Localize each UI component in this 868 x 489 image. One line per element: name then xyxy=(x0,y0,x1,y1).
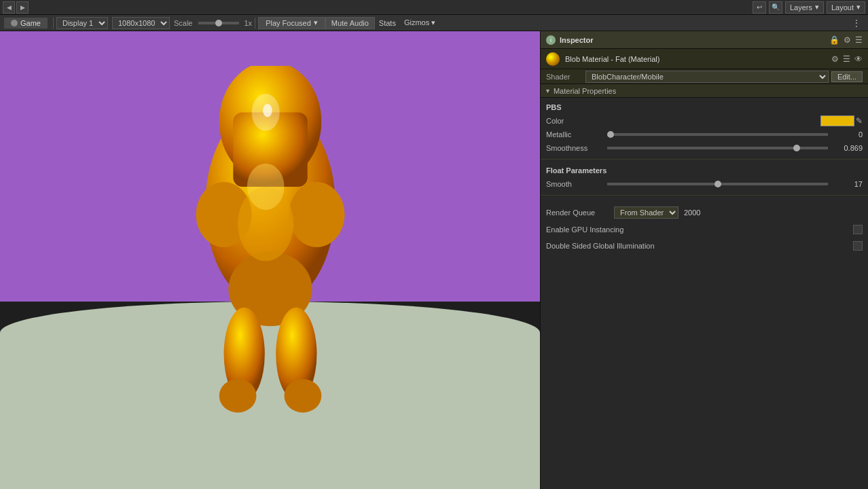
scale-control: Scale 1x xyxy=(174,19,252,27)
material-header-icons: ⚙ ☰ 👁 xyxy=(831,54,863,64)
material-header: Blob Material - Fat (Material) ⚙ ☰ 👁 xyxy=(541,49,868,69)
game-toolbar: Game Display 1 1080x1080 Scale 1x Play F… xyxy=(0,15,868,31)
svg-point-8 xyxy=(219,379,256,412)
stats-button[interactable]: Stats xyxy=(375,18,400,28)
material-properties-header: ▼ Material Properties xyxy=(541,84,868,98)
scale-value: 1x xyxy=(245,19,253,27)
smoothness-label: Smoothness xyxy=(546,144,607,152)
gpu-instancing-checkbox[interactable] xyxy=(853,225,863,234)
lock-icon[interactable]: 🔒 xyxy=(829,35,839,45)
render-queue-row: Render Queue From Shader 2000 xyxy=(541,205,868,220)
double-sided-checkbox[interactable] xyxy=(853,241,863,251)
layers-label: Layers xyxy=(790,3,812,12)
gizmos-button[interactable]: Gizmos ▾ xyxy=(400,18,439,28)
gpu-instancing-label: Enable GPU Instancing xyxy=(546,225,853,234)
inspector-panel: i Inspector 🔒 ⚙ ☰ Blob Material - Fat (M… xyxy=(540,31,868,489)
inspector-header: i Inspector 🔒 ⚙ ☰ xyxy=(541,31,868,49)
smooth-label: Smooth xyxy=(546,180,607,188)
material-eye-icon[interactable]: 👁 xyxy=(854,54,863,64)
render-queue-select[interactable]: From Shader xyxy=(614,206,679,219)
section-divider xyxy=(541,159,868,160)
layout-chevron-icon: ▾ xyxy=(856,3,861,12)
layers-chevron-icon: ▾ xyxy=(815,3,819,12)
double-sided-label: Double Sided Global Illumination xyxy=(546,242,853,250)
chevron-icon: ▾ xyxy=(314,18,318,27)
metallic-slider-container: 0 xyxy=(607,130,863,139)
pbs-section-title: PBS xyxy=(541,98,868,114)
game-canvas xyxy=(0,31,540,489)
svg-point-13 xyxy=(263,104,272,117)
smoothness-slider-container: 0.869 xyxy=(607,144,863,152)
main-area: i Inspector 🔒 ⚙ ☰ Blob Material - Fat (M… xyxy=(0,31,868,489)
blob-character xyxy=(175,66,365,419)
inspector-icon: i xyxy=(546,35,556,45)
gizmos-chevron-icon: ▾ xyxy=(431,18,435,26)
smooth-row: Smooth 17 xyxy=(541,177,868,191)
display-control: Display 1 xyxy=(56,17,108,29)
resolution-select[interactable]: 1080x1080 xyxy=(112,17,170,29)
game-tab[interactable]: Game xyxy=(4,18,48,29)
more-options-button[interactable]: ⋮ xyxy=(849,18,864,29)
smoothness-slider[interactable] xyxy=(607,147,828,149)
float-params-title: Float Parameters xyxy=(541,164,868,177)
metallic-slider[interactable] xyxy=(607,133,828,136)
game-view xyxy=(0,31,540,489)
mute-audio-button[interactable]: Mute Audio xyxy=(325,17,375,29)
material-name: Blob Material - Fat (Material) xyxy=(565,55,831,63)
metallic-value: 0 xyxy=(832,130,863,139)
render-queue-label: Render Queue xyxy=(546,209,614,217)
double-sided-row: Double Sided Global Illumination xyxy=(541,239,868,253)
metallic-row: Metallic 0 xyxy=(541,128,868,141)
color-row: Color ✎ xyxy=(541,114,868,128)
shader-row: Shader BlobCharacter/Mobile Edit... xyxy=(541,69,868,84)
separator xyxy=(53,18,54,29)
resolution-control: 1080x1080 xyxy=(112,17,170,29)
svg-point-4 xyxy=(289,182,344,247)
smooth-slider-container: 17 xyxy=(607,180,863,188)
collapse-arrow-icon: ▼ xyxy=(545,88,551,94)
smoothness-value: 0.869 xyxy=(832,144,863,152)
material-properties-title: Material Properties xyxy=(554,87,616,95)
undo-icon[interactable]: ↩ xyxy=(753,1,766,14)
menu-icon[interactable]: ☰ xyxy=(855,35,863,45)
gpu-instancing-row: Enable GPU Instancing xyxy=(541,223,868,236)
smooth-slider[interactable] xyxy=(607,183,828,185)
shader-label: Shader xyxy=(546,73,580,81)
layers-dropdown[interactable]: Layers ▾ xyxy=(785,1,824,14)
smoothness-row: Smoothness 0.869 xyxy=(541,141,868,155)
settings-icon[interactable]: ⚙ xyxy=(844,35,851,45)
game-tab-icon xyxy=(11,20,18,26)
separator2 xyxy=(255,18,255,29)
forward-button[interactable]: ▶ xyxy=(16,1,29,14)
search-icon[interactable]: 🔍 xyxy=(769,1,782,14)
scale-label: Scale xyxy=(174,19,193,27)
material-menu-icon[interactable]: ☰ xyxy=(843,54,850,64)
color-swatch[interactable] xyxy=(820,115,854,126)
color-label: Color xyxy=(546,117,607,125)
section-divider2 xyxy=(541,195,868,196)
back-button[interactable]: ◀ xyxy=(3,1,15,14)
scale-slider[interactable] xyxy=(198,22,239,24)
edit-shader-button[interactable]: Edit... xyxy=(831,71,863,82)
material-preview-ball xyxy=(546,52,560,66)
shader-select[interactable]: BlobCharacter/Mobile xyxy=(585,71,829,83)
metallic-label: Metallic xyxy=(546,130,607,139)
game-tab-label: Game xyxy=(20,19,41,27)
top-toolbar: ◀ ▶ ↩ 🔍 Layers ▾ Layout ▾ xyxy=(0,0,868,15)
inspector-header-icons: 🔒 ⚙ ☰ xyxy=(829,35,863,45)
play-focused-button[interactable]: Play Focused ▾ xyxy=(258,17,325,29)
svg-point-11 xyxy=(247,164,284,210)
eyedropper-button[interactable]: ✎ xyxy=(856,116,863,126)
smooth-value: 17 xyxy=(832,180,863,188)
material-settings-icon[interactable]: ⚙ xyxy=(831,54,839,64)
svg-point-9 xyxy=(284,379,321,412)
layout-dropdown[interactable]: Layout ▾ xyxy=(827,1,865,14)
layout-label: Layout xyxy=(831,3,854,12)
inspector-title: Inspector xyxy=(560,36,829,44)
display-select[interactable]: Display 1 xyxy=(56,17,108,29)
render-queue-value: 2000 xyxy=(684,209,700,217)
